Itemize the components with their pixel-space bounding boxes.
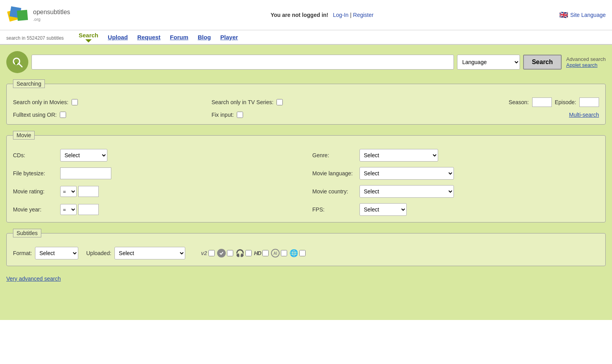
fix-input-checkbox[interactable] xyxy=(237,112,243,118)
badge-verified xyxy=(217,249,233,257)
filebytesize-input[interactable] xyxy=(60,167,111,179)
header: opensubtitles .org You are not logged in… xyxy=(0,0,612,30)
nav-player[interactable]: Player xyxy=(220,34,238,42)
cds-label: CDs: xyxy=(13,152,56,158)
fulltext-row: Fulltext using OR: xyxy=(13,112,202,118)
advanced-links: Advanced search Applet search xyxy=(566,56,606,68)
rating-value-input[interactable] xyxy=(78,186,99,197)
searching-section: Searching Search only in Movies: Search … xyxy=(6,79,606,125)
nav-upload[interactable]: Upload xyxy=(108,34,128,42)
episode-input[interactable] xyxy=(579,97,599,107)
logo-icon xyxy=(6,3,30,27)
tv-series-checkbox[interactable] xyxy=(277,99,283,105)
format-label: Format: xyxy=(13,250,32,256)
v2-label: v2 xyxy=(201,250,207,256)
search-input[interactable] xyxy=(31,55,454,70)
main: Language Search Advanced search Applet s… xyxy=(0,45,612,320)
hearing-checkbox[interactable] xyxy=(245,250,252,256)
search-bar-area: Language Search Advanced search Applet s… xyxy=(6,51,606,73)
badge-globe: 🌐 xyxy=(289,249,306,257)
movie-country-select[interactable]: Select xyxy=(359,185,454,198)
search-icon-circle xyxy=(6,51,28,73)
multi-search-link[interactable]: Multi-search xyxy=(569,112,599,118)
badges-area: v2 🎧 HD xyxy=(201,249,306,257)
logo-text-area: opensubtitles .org xyxy=(33,8,70,22)
movie-rating-label: Movie rating: xyxy=(13,188,56,195)
format-field: Format: Select xyxy=(13,247,78,259)
movie-year-row: Movie year: =<><=>= xyxy=(13,203,300,216)
nav-blog[interactable]: Blog xyxy=(198,34,211,42)
logo-name: opensubtitles xyxy=(33,8,70,17)
genre-select[interactable]: Select xyxy=(359,149,438,162)
not-logged-in-text: You are not logged in! xyxy=(271,12,328,18)
year-operator-select[interactable]: =<><=>= xyxy=(60,204,77,215)
separator: | xyxy=(350,12,353,18)
v2-checkbox[interactable] xyxy=(208,250,215,256)
nav-links: Search Upload Request Forum Blog Player xyxy=(79,32,238,44)
language-select[interactable]: Language xyxy=(457,55,520,70)
ai-icon: AI xyxy=(271,249,280,257)
hd-checkbox[interactable] xyxy=(262,250,269,256)
badge-v2: v2 xyxy=(201,250,215,256)
applet-search-link[interactable]: Applet search xyxy=(566,62,606,68)
svg-rect-2 xyxy=(17,10,28,21)
verified-icon xyxy=(217,249,226,257)
fps-label: FPS: xyxy=(312,206,356,213)
movie-year-label: Movie year: xyxy=(13,206,56,213)
multi-search-cell: Multi-search xyxy=(410,112,599,118)
fulltext-checkbox[interactable] xyxy=(60,112,66,118)
cds-select[interactable]: Select xyxy=(60,149,107,162)
movie-language-select[interactable]: Select xyxy=(359,167,454,180)
fps-select[interactable]: Select xyxy=(359,203,407,216)
movies-row: Search only in Movies: xyxy=(13,99,202,105)
footer-link: Very advanced search xyxy=(6,272,606,283)
movie-language-row: Movie language: Select xyxy=(312,167,599,180)
year-value-input[interactable] xyxy=(78,204,99,215)
episode-label: Episode: xyxy=(555,99,576,105)
site-language-link[interactable]: Site Language xyxy=(570,12,606,18)
header-center: You are not logged in! Log-In | Register xyxy=(85,12,559,18)
globe-checkbox[interactable] xyxy=(299,250,306,256)
globe-icon: 🌐 xyxy=(289,249,298,257)
uploaded-field: Uploaded: Select xyxy=(86,247,185,259)
badge-hd: HD xyxy=(254,250,269,256)
search-button[interactable]: Search xyxy=(523,55,561,70)
movie-country-label: Movie country: xyxy=(312,188,356,195)
format-select[interactable]: Select xyxy=(35,247,78,259)
nav: search in 5524207 subtitles Search Uploa… xyxy=(0,30,612,45)
subtitles-section: Subtitles Format: Select Uploaded: Selec… xyxy=(6,229,606,266)
rating-operator-select[interactable]: =<><=>= xyxy=(60,186,77,197)
season-label: Season: xyxy=(509,99,529,105)
uploaded-select[interactable]: Select xyxy=(114,247,185,259)
season-input[interactable] xyxy=(532,97,552,107)
hearing-icon: 🎧 xyxy=(236,249,244,257)
nav-forum[interactable]: Forum xyxy=(170,34,188,42)
year-controls: =<><=>= xyxy=(60,204,99,215)
hd-label: HD xyxy=(254,250,261,256)
tv-series-label: Search only in TV Series: xyxy=(212,99,274,105)
very-advanced-search-link[interactable]: Very advanced search xyxy=(6,276,61,282)
verified-checkbox[interactable] xyxy=(227,250,233,256)
fix-input-label: Fix input: xyxy=(212,112,234,118)
ai-checkbox[interactable] xyxy=(281,250,287,256)
movies-label: Search only in Movies: xyxy=(13,99,68,105)
logo-subtext: .org xyxy=(33,17,70,22)
subtitle-count: search in 5524207 subtitles xyxy=(6,35,69,41)
movies-checkbox[interactable] xyxy=(72,99,78,105)
searching-legend: Searching xyxy=(13,79,45,88)
nav-request[interactable]: Request xyxy=(137,34,160,42)
header-right: 🇬🇧 Site Language xyxy=(559,11,606,19)
advanced-search-label: Advanced search xyxy=(566,56,606,62)
filebytesize-label: File bytesize: xyxy=(13,170,56,176)
rating-controls: =<><=>= xyxy=(60,186,99,197)
login-link[interactable]: Log-In xyxy=(333,12,348,18)
fix-input-row: Fix input: xyxy=(212,112,401,118)
register-link[interactable]: Register xyxy=(353,12,374,18)
subtitles-row: Format: Select Uploaded: Select v2 xyxy=(13,247,599,259)
tv-series-row: Search only in TV Series: xyxy=(212,99,401,105)
genre-label: Genre: xyxy=(312,152,356,158)
movie-language-label: Movie language: xyxy=(312,170,356,176)
cds-row: CDs: Select xyxy=(13,149,300,162)
nav-search[interactable]: Search xyxy=(79,32,98,44)
flag-icon: 🇬🇧 xyxy=(559,11,568,19)
